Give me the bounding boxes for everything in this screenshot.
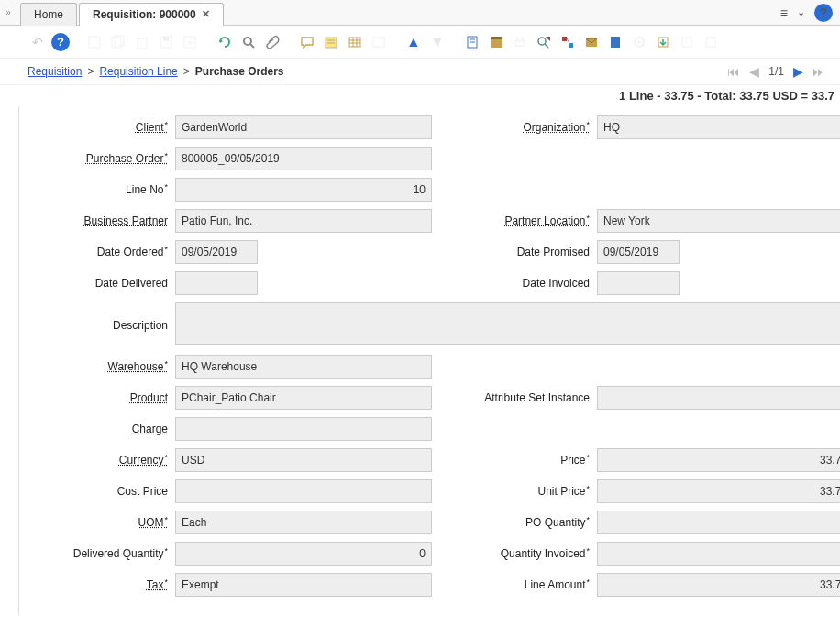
tab-requisition[interactable]: Requisition: 900000 ✕: [79, 3, 224, 26]
field-partner-location[interactable]: [597, 209, 840, 233]
breadcrumb-purchase-orders: Purchase Orders: [195, 65, 284, 78]
svg-rect-41: [706, 38, 715, 47]
search-icon[interactable]: [238, 32, 259, 52]
svg-rect-0: [89, 37, 100, 48]
label-charge: Charge: [47, 423, 175, 435]
save-new-icon[interactable]: +: [180, 32, 200, 52]
zoom-across-icon[interactable]: [534, 32, 554, 52]
breadcrumb-row: Requisition > Requisition Line > Purchas…: [0, 59, 840, 84]
field-date-invoiced[interactable]: [597, 271, 680, 295]
svg-marker-30: [546, 37, 550, 41]
pager-first-icon[interactable]: ⏮: [727, 64, 740, 79]
field-qty-invoiced[interactable]: [597, 542, 840, 566]
field-date-ordered[interactable]: [175, 240, 258, 264]
field-organization[interactable]: [597, 115, 840, 139]
undo-icon[interactable]: ↶: [28, 32, 48, 52]
label-warehouse: Warehouse*: [47, 360, 175, 373]
context-help-icon[interactable]: ?: [51, 33, 70, 51]
field-line-amount[interactable]: [597, 573, 840, 597]
field-unit-price[interactable]: [597, 479, 840, 503]
pager-last-icon[interactable]: ⏭: [812, 64, 825, 79]
field-uom[interactable]: [175, 511, 432, 534]
field-po-quantity[interactable]: [597, 511, 840, 534]
breadcrumb-requisition-line[interactable]: Requisition Line: [99, 65, 177, 78]
pager-text: 1/1: [768, 65, 784, 78]
request-icon[interactable]: [581, 32, 602, 52]
label-po-quantity: PO Quantity*: [469, 516, 597, 529]
field-date-delivered[interactable]: [175, 271, 258, 295]
print-icon[interactable]: [510, 32, 530, 52]
pager-next-icon[interactable]: ▶: [793, 64, 803, 79]
menu-icon[interactable]: ≡: [780, 5, 788, 20]
label-business-partner: Business Partner: [47, 214, 175, 227]
export-icon[interactable]: [653, 32, 673, 52]
import-icon[interactable]: [677, 32, 697, 52]
field-delivered-qty[interactable]: [175, 542, 432, 566]
svg-rect-20: [373, 38, 384, 47]
field-price[interactable]: [597, 448, 840, 472]
window-controls: ≡ ⌄ ?: [780, 4, 840, 22]
breadcrumb-sep: >: [87, 65, 94, 78]
field-cost-price[interactable]: [175, 479, 432, 503]
svg-rect-6: [163, 37, 169, 41]
label-date-invoiced: Date Invoiced: [469, 277, 597, 290]
help-icon[interactable]: ?: [814, 4, 833, 22]
parent-record-icon[interactable]: ▲: [403, 32, 424, 52]
svg-rect-24: [491, 38, 502, 48]
label-date-promised: Date Promised: [469, 246, 597, 258]
new-icon[interactable]: [84, 32, 105, 52]
label-qty-invoiced: Quantity Invoiced*: [469, 547, 597, 560]
field-purchase-order[interactable]: [175, 147, 432, 170]
field-date-promised[interactable]: [597, 240, 680, 264]
delete-icon[interactable]: [132, 32, 152, 52]
label-partner-location: Partner Location*: [469, 214, 597, 227]
field-client[interactable]: [175, 115, 432, 139]
attachment-icon[interactable]: [262, 32, 282, 52]
field-attr-set-instance[interactable]: [597, 386, 840, 410]
save-icon[interactable]: [156, 32, 176, 52]
field-product[interactable]: [175, 386, 432, 410]
expand-sidebar-icon[interactable]: »: [0, 7, 13, 17]
svg-rect-15: [349, 38, 360, 47]
history-icon[interactable]: [369, 32, 389, 52]
label-date-ordered: Date Ordered*: [47, 246, 175, 258]
note-icon[interactable]: [321, 32, 341, 52]
svg-rect-40: [682, 38, 691, 47]
svg-point-10: [244, 38, 251, 45]
field-line-no[interactable]: [175, 178, 432, 202]
field-charge[interactable]: [175, 417, 432, 441]
process-icon[interactable]: [629, 32, 649, 52]
field-description[interactable]: [175, 302, 840, 345]
workflow-icon[interactable]: [558, 32, 578, 52]
product-info-icon[interactable]: [605, 32, 625, 52]
breadcrumb-requisition[interactable]: Requisition: [28, 65, 82, 78]
label-description: Description: [47, 319, 175, 332]
label-line-amount: Line Amount*: [469, 578, 597, 591]
grid-toggle-icon[interactable]: [345, 32, 365, 52]
detail-record-icon[interactable]: ▼: [427, 32, 448, 52]
chat-icon[interactable]: [297, 32, 317, 52]
svg-line-29: [545, 44, 548, 48]
label-delivered-qty: Delivered Quantity*: [47, 547, 175, 560]
field-business-partner[interactable]: [175, 209, 432, 233]
record-pager: ⏮ ◀ 1/1 ▶ ⏭: [727, 64, 831, 79]
archive-icon[interactable]: [486, 32, 506, 52]
copy-icon[interactable]: [108, 32, 128, 52]
field-warehouse[interactable]: [175, 355, 432, 379]
label-product: Product: [47, 391, 175, 404]
svg-rect-31: [562, 37, 567, 41]
svg-rect-36: [611, 37, 620, 48]
report-icon[interactable]: [462, 32, 482, 52]
field-currency[interactable]: [175, 448, 432, 472]
collapse-icon[interactable]: ⌄: [797, 6, 805, 18]
field-tax[interactable]: [175, 573, 432, 597]
tab-home[interactable]: Home: [20, 3, 77, 26]
label-currency: Currency*: [47, 454, 175, 467]
close-tab-icon[interactable]: ✕: [202, 8, 210, 20]
pager-prev-icon[interactable]: ◀: [749, 64, 759, 79]
svg-point-38: [638, 40, 641, 43]
tab-home-label: Home: [34, 8, 63, 21]
label-uom: UOM*: [47, 516, 175, 529]
refresh-icon[interactable]: [215, 32, 235, 52]
more-icon[interactable]: [701, 32, 721, 52]
